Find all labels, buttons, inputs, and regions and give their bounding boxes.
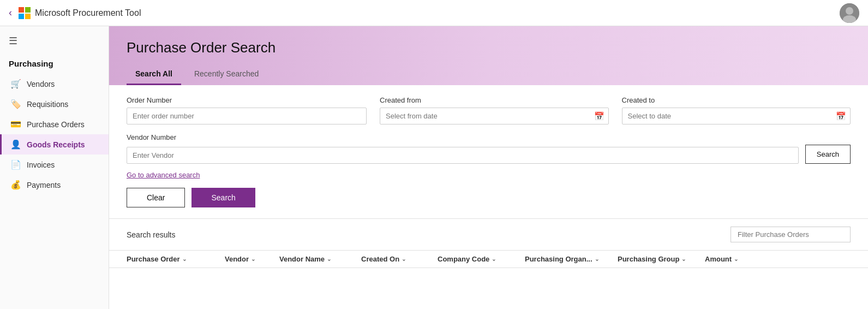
sort-created-icon: ⌄ [402, 256, 406, 262]
requisitions-icon: 🏷️ [10, 99, 21, 109]
topbar: ‹ Microsoft Procurement Tool [0, 0, 868, 26]
created-to-label: Created to [622, 96, 851, 104]
vendors-icon: 🛒 [10, 79, 21, 89]
svg-rect-3 [25, 14, 31, 19]
sort-po-icon: ⌄ [182, 256, 187, 262]
created-from-group: Created from 📅 [380, 96, 609, 124]
tab-search-all[interactable]: Search All [127, 65, 181, 85]
th-purchase-order[interactable]: Purchase Order ⌄ [127, 255, 225, 263]
search-button[interactable]: Search [191, 188, 255, 207]
payments-icon: 💰 [10, 180, 21, 190]
order-number-input[interactable] [127, 108, 367, 124]
sidebar-item-requisitions[interactable]: 🏷️ Requisitions [0, 94, 109, 114]
vendor-number-group: Vendor Number [127, 133, 851, 142]
svg-rect-2 [19, 14, 24, 19]
sort-purch-org-icon: ⌄ [595, 256, 599, 262]
sidebar-item-label: Payments [27, 181, 61, 189]
sidebar-item-invoices[interactable]: 📄 Invoices [0, 154, 109, 175]
th-purchasing-group[interactable]: Purchasing Group ⌄ [618, 255, 705, 263]
sidebar: ☰ Purchasing 🛒 Vendors 🏷️ Requisitions 💳… [0, 26, 109, 309]
search-inline-button[interactable]: Search [805, 145, 851, 164]
sort-purch-grp-icon: ⌄ [681, 256, 686, 262]
ms-logo [19, 7, 31, 19]
content-area: Purchase Order Search Search All Recentl… [109, 26, 868, 309]
page-title: Purchase Order Search [127, 39, 851, 56]
created-to-group: Created to 📅 [622, 96, 851, 124]
purchase-orders-icon: 💳 [10, 119, 21, 129]
filter-input[interactable] [731, 227, 851, 242]
search-form: Order Number Created from 📅 Created to 📅 [109, 85, 868, 219]
sort-amount-icon: ⌄ [734, 256, 738, 262]
action-row: Clear Search [127, 188, 851, 207]
sidebar-item-goods-receipts[interactable]: 👤 Goods Receipts [0, 134, 109, 154]
form-row-1: Order Number Created from 📅 Created to 📅 [127, 96, 851, 124]
sidebar-item-vendors[interactable]: 🛒 Vendors [0, 74, 109, 94]
hamburger-menu[interactable]: ☰ [0, 31, 109, 51]
order-number-group: Order Number [127, 96, 367, 124]
clear-button[interactable]: Clear [127, 188, 185, 207]
created-from-label: Created from [380, 96, 609, 104]
th-company-code[interactable]: Company Code ⌄ [438, 255, 525, 263]
results-area: Search results Purchase Order ⌄ Vendor ⌄… [109, 219, 868, 309]
th-created-on[interactable]: Created On ⌄ [361, 255, 438, 263]
tabs: Search All Recently Searched [127, 65, 851, 85]
sidebar-item-label: Goods Receipts [27, 140, 85, 149]
sort-company-icon: ⌄ [492, 256, 496, 262]
sidebar-item-payments[interactable]: 💰 Payments [0, 175, 109, 195]
vendor-number-input[interactable] [127, 147, 799, 164]
svg-rect-0 [19, 7, 24, 13]
table-header: Purchase Order ⌄ Vendor ⌄ Vendor Name ⌄ … [109, 250, 868, 268]
th-purchasing-org[interactable]: Purchasing Organ... ⌄ [525, 255, 618, 263]
svg-point-5 [846, 7, 853, 15]
th-vendor[interactable]: Vendor ⌄ [225, 255, 279, 263]
back-button[interactable]: ‹ [9, 7, 12, 19]
advanced-search-link[interactable]: Go to advanced search [127, 171, 200, 179]
app-title: Microsoft Procurement Tool [35, 8, 141, 18]
sidebar-item-label: Vendors [27, 80, 55, 88]
vendor-number-label: Vendor Number [127, 133, 851, 141]
main-layout: ☰ Purchasing 🛒 Vendors 🏷️ Requisitions 💳… [0, 26, 868, 309]
th-vendor-name[interactable]: Vendor Name ⌄ [279, 255, 361, 263]
created-to-input[interactable] [622, 108, 851, 124]
page-header: Purchase Order Search Search All Recentl… [109, 26, 868, 85]
created-from-input[interactable] [380, 108, 609, 124]
order-number-label: Order Number [127, 96, 367, 104]
svg-rect-1 [25, 7, 31, 13]
goods-receipts-icon: 👤 [10, 139, 21, 150]
th-amount[interactable]: Amount ⌄ [705, 255, 851, 263]
invoices-icon: 📄 [10, 159, 21, 170]
sidebar-item-label: Purchase Orders [27, 120, 85, 129]
sidebar-section-title: Purchasing [0, 56, 109, 74]
sidebar-item-label: Invoices [27, 161, 55, 169]
sidebar-item-label: Requisitions [27, 100, 68, 109]
tab-recently-searched[interactable]: Recently Searched [185, 65, 267, 85]
results-header: Search results [109, 219, 868, 250]
created-to-wrap: 📅 [622, 108, 851, 124]
results-title: Search results [127, 230, 175, 239]
created-from-wrap: 📅 [380, 108, 609, 124]
avatar[interactable] [840, 3, 859, 23]
sidebar-item-purchase-orders[interactable]: 💳 Purchase Orders [0, 114, 109, 134]
vendor-row: Search [127, 145, 851, 164]
sort-vendor-name-icon: ⌄ [327, 256, 331, 262]
sort-vendor-icon: ⌄ [251, 256, 255, 262]
